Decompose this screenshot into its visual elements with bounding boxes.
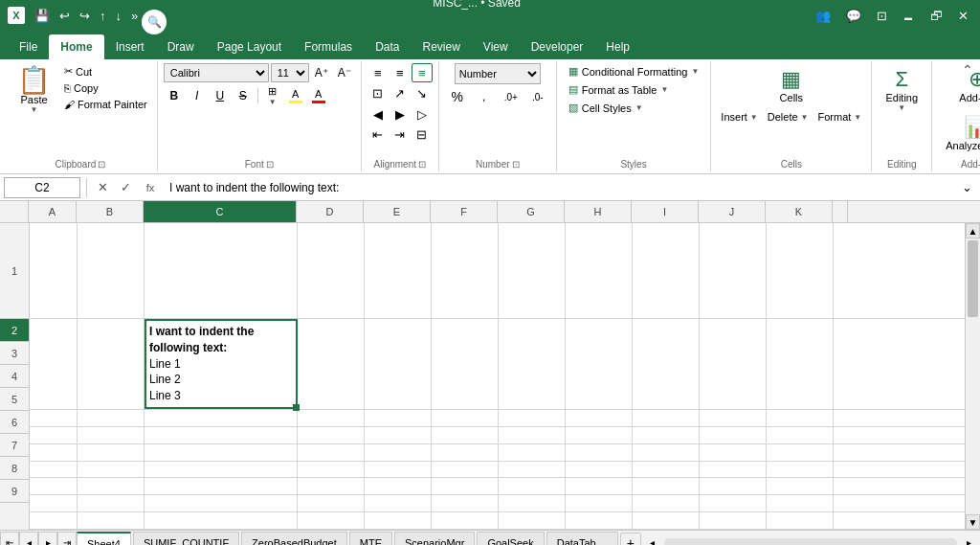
col-header-e[interactable]: E	[364, 201, 431, 222]
decrease-font-button[interactable]: A⁻	[334, 63, 355, 82]
cell-g7[interactable]	[499, 478, 566, 494]
cell-h3[interactable]	[566, 410, 633, 426]
cell-c2[interactable]: I want to indent the following text:Line…	[145, 319, 298, 409]
cell-k7[interactable]	[767, 478, 834, 494]
cell-g5[interactable]	[499, 444, 566, 461]
tab-insert[interactable]: Insert	[104, 34, 156, 59]
sheet-nav-last[interactable]: ⇥	[57, 532, 77, 546]
cell-g1[interactable]	[499, 223, 566, 318]
formula-expand-button[interactable]: ⌄	[957, 177, 976, 198]
number-dialog-icon[interactable]: ⊡	[512, 159, 520, 170]
col-header-a[interactable]: A	[29, 201, 77, 222]
sheet-tab-mte[interactable]: MTE	[349, 532, 392, 546]
scroll-track[interactable]	[966, 238, 980, 514]
cell-h5[interactable]	[566, 444, 633, 461]
cell-k9[interactable]	[767, 512, 834, 529]
cell-c1[interactable]	[145, 223, 298, 318]
cell-i7[interactable]	[633, 478, 700, 494]
angle-down-button[interactable]: ↘	[412, 83, 433, 102]
cell-reference-input[interactable]	[4, 177, 80, 198]
cell-a3[interactable]	[30, 410, 78, 426]
comma-button[interactable]: ,	[472, 87, 497, 106]
scroll-up-button[interactable]: ▲	[966, 223, 980, 238]
cell-e6[interactable]	[365, 462, 432, 478]
save-icon[interactable]: 💾	[31, 7, 54, 25]
col-header-i[interactable]: I	[632, 201, 699, 222]
cell-a4[interactable]	[30, 427, 78, 443]
cell-a8[interactable]	[30, 495, 78, 511]
vertical-scrollbar[interactable]: ▲ ▼	[965, 223, 980, 530]
insert-button[interactable]: Insert▼	[717, 109, 761, 125]
font-size-select[interactable]: 11	[271, 63, 309, 82]
cancel-formula-button[interactable]: ✕	[93, 178, 112, 197]
cell-b6[interactable]	[78, 462, 145, 478]
cell-j1[interactable]	[700, 223, 767, 318]
cell-f5[interactable]	[432, 444, 499, 461]
cell-f6[interactable]	[432, 462, 499, 478]
cell-i6[interactable]	[633, 462, 700, 478]
cell-d9[interactable]	[298, 512, 365, 529]
sort-asc-icon[interactable]: ↑	[96, 7, 110, 25]
cell-i1[interactable]	[633, 223, 700, 318]
align-right-button[interactable]: ▷	[412, 104, 433, 124]
cell-j3[interactable]	[700, 410, 767, 426]
ribbon-collapse-button[interactable]: ⌃	[959, 61, 976, 79]
cell-b8[interactable]	[78, 495, 145, 511]
conditional-formatting-button[interactable]: ▦ Conditional Formatting ▼	[563, 63, 705, 79]
cell-h1[interactable]	[566, 223, 633, 318]
copy-button[interactable]: ⎘Copy	[60, 80, 151, 96]
cell-h9[interactable]	[566, 512, 633, 529]
cell-j2[interactable]	[700, 319, 767, 409]
cut-button[interactable]: ✂Cut	[60, 63, 151, 79]
cell-k6[interactable]	[767, 462, 834, 478]
format-button[interactable]: Format▼	[814, 109, 866, 125]
font-name-select[interactable]: Calibri	[164, 63, 269, 82]
cell-f9[interactable]	[432, 512, 499, 529]
cell-a9[interactable]	[30, 512, 78, 529]
cell-j8[interactable]	[700, 495, 767, 511]
undo-icon[interactable]: ↩	[56, 7, 74, 25]
decrease-decimal-button[interactable]: .0-	[525, 87, 550, 106]
borders-button[interactable]: ⊞ ▼	[262, 84, 283, 107]
cell-k2[interactable]	[767, 319, 834, 409]
cell-b7[interactable]	[78, 478, 145, 494]
cell-g6[interactable]	[499, 462, 566, 478]
add-sheet-button[interactable]: +	[620, 533, 641, 546]
tab-data[interactable]: Data	[364, 34, 411, 59]
percent-button[interactable]: %	[445, 87, 470, 106]
col-header-d[interactable]: D	[297, 201, 364, 222]
cell-k5[interactable]	[767, 444, 834, 461]
scroll-thumb[interactable]	[968, 240, 978, 317]
cell-j7[interactable]	[700, 478, 767, 494]
tab-page-layout[interactable]: Page Layout	[206, 34, 293, 59]
cell-e1[interactable]	[365, 223, 432, 318]
redo-icon[interactable]: ↪	[76, 7, 94, 25]
tab-review[interactable]: Review	[411, 34, 471, 59]
col-header-g[interactable]: G	[498, 201, 565, 222]
cell-c6[interactable]	[145, 462, 298, 478]
col-header-k[interactable]: K	[766, 201, 833, 222]
cell-i4[interactable]	[633, 427, 700, 443]
cell-i2[interactable]	[633, 319, 700, 409]
cell-j6[interactable]	[700, 462, 767, 478]
editing-main-button[interactable]: Σ Editing ▼	[878, 63, 925, 116]
sheet-tab-sheet4[interactable]: Sheet4	[77, 532, 131, 546]
tab-file[interactable]: File	[8, 34, 49, 59]
cell-b1[interactable]	[78, 223, 145, 318]
ribbon-options-icon[interactable]: ⊡	[873, 7, 891, 25]
cell-c7[interactable]	[145, 478, 298, 494]
cell-d6[interactable]	[298, 462, 365, 478]
delete-button[interactable]: Delete▼	[764, 109, 813, 125]
cell-k8[interactable]	[767, 495, 834, 511]
cell-c4[interactable]	[145, 427, 298, 443]
cell-f1[interactable]	[432, 223, 499, 318]
maximize-button[interactable]: 🗗	[926, 7, 947, 25]
confirm-formula-button[interactable]: ✓	[116, 178, 135, 197]
fill-handle[interactable]	[293, 404, 300, 411]
tab-help[interactable]: Help	[594, 34, 641, 59]
cell-h7[interactable]	[566, 478, 633, 494]
cell-i9[interactable]	[633, 512, 700, 529]
cell-j5[interactable]	[700, 444, 767, 461]
cell-k4[interactable]	[767, 427, 834, 443]
cell-e2[interactable]	[365, 319, 432, 409]
